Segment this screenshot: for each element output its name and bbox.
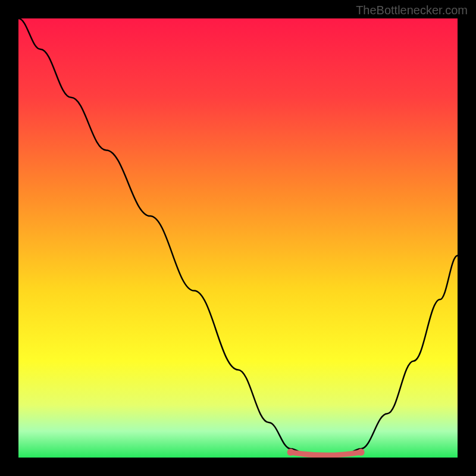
highlight-segment	[18, 18, 458, 458]
svg-point-2	[358, 449, 365, 456]
chart-plot-area	[18, 18, 458, 458]
svg-point-1	[287, 449, 295, 456]
chart-container: TheBottlenecker.com	[0, 0, 476, 476]
watermark-label: TheBottlenecker.com	[356, 4, 468, 17]
